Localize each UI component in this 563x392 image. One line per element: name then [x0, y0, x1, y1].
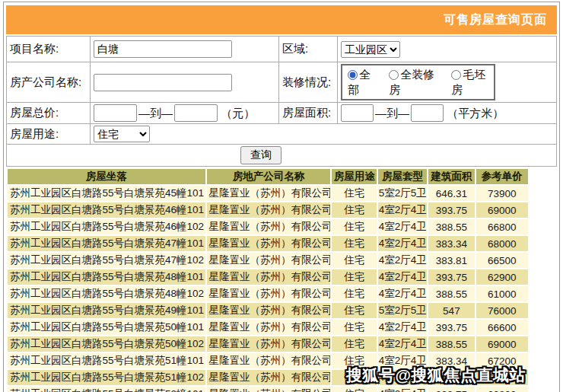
- table-row: 苏州工业园区白塘路55号白塘景苑50幢102星隆置业（苏州）有限公司住宅4室2厅…: [8, 336, 528, 352]
- table-cell: 星隆置业（苏州）有限公司: [207, 370, 331, 385]
- table-cell: 星隆置业（苏州）有限公司: [207, 253, 331, 268]
- table-cell: 73900: [476, 186, 528, 201]
- title-bar: 可售房屋查询页面: [6, 5, 557, 34]
- table-cell: 苏州工业园区白塘路55号白塘景苑46幢101: [8, 202, 205, 218]
- radio-rough[interactable]: 毛坯房: [451, 67, 491, 97]
- table-cell: 66500: [476, 253, 528, 268]
- table-cell: 4室2厅4卫: [378, 202, 427, 218]
- table-row: 苏州工业园区白塘路55号白塘景苑46幢101星隆置业（苏州）有限公司住宅4室2厅…: [8, 202, 528, 218]
- table-cell: 388.55: [428, 219, 474, 234]
- table-cell: 393.75: [428, 320, 474, 335]
- price-range-separator: —到—: [138, 107, 173, 120]
- table-cell: 苏州工业园区白塘路55号白塘景苑45幢101: [8, 186, 205, 201]
- table-cell: 4室2厅4卫: [378, 336, 427, 352]
- decoration-label: 装修情况:: [279, 62, 338, 103]
- project-name-label: 项目名称:: [7, 37, 91, 62]
- price-unit: （元）: [221, 107, 255, 120]
- table-cell: 星隆置业（苏州）有限公司: [207, 269, 331, 285]
- table-cell: 星隆置业（苏州）有限公司: [207, 353, 331, 368]
- table-cell: 苏州工业园区白塘路55号白塘景苑51幢101: [8, 353, 205, 368]
- project-name-input[interactable]: [94, 40, 232, 58]
- table-cell: 393.75: [428, 269, 474, 285]
- column-header-area: 建筑面积: [428, 169, 474, 184]
- region-label: 区域:: [279, 37, 338, 62]
- table-cell: 苏州工业园区白塘路55号白塘景苑48幢101: [8, 269, 205, 285]
- table-cell: 646.31: [428, 186, 474, 201]
- table-cell: 住宅: [332, 269, 376, 285]
- table-cell: 76000: [476, 303, 528, 318]
- table-cell: 4室2厅4卫: [378, 320, 427, 335]
- table-cell: 星隆置业（苏州）有限公司: [207, 303, 331, 318]
- table-cell: 547: [428, 303, 474, 318]
- table-cell: 66800: [476, 219, 528, 234]
- total-price-label: 房屋总价:: [7, 103, 91, 124]
- area-to-input[interactable]: [411, 104, 444, 122]
- area-label: 房屋面积:: [279, 103, 338, 124]
- table-cell: 星隆置业（苏州）有限公司: [207, 202, 331, 218]
- column-header-unit-price: 参考单价: [476, 169, 528, 184]
- table-row: 苏州工业园区白塘路55号白塘景苑52幢101星隆置业（苏州）有限公司住宅4室2厅…: [8, 387, 528, 392]
- column-header-usage: 房屋用途: [332, 169, 376, 184]
- radio-full-decoration-input[interactable]: [389, 70, 399, 80]
- radio-all-input[interactable]: [348, 70, 358, 80]
- company-name-label: 房产公司名称:: [7, 62, 91, 103]
- radio-rough-input[interactable]: [451, 70, 461, 80]
- table-row: 苏州工业园区白塘路55号白塘景苑50幢101星隆置业（苏州）有限公司住宅4室2厅…: [8, 320, 528, 335]
- table-cell: 4室2厅4卫: [378, 269, 427, 285]
- table-cell: 4室2厅4卫: [378, 253, 427, 268]
- table-cell: 住宅: [332, 253, 376, 268]
- query-button[interactable]: 查询: [240, 146, 282, 164]
- table-cell: 61000: [476, 286, 528, 301]
- table-cell: 星隆置业（苏州）有限公司: [207, 320, 331, 335]
- table-cell: 住宅: [332, 236, 376, 251]
- table-cell: 苏州工业园区白塘路55号白塘景苑51幢102: [8, 370, 205, 385]
- query-form: 项目名称: 区域: 工业园区 房产公司名称: 装修情况: 全部 全装修房 毛坯房: [6, 36, 557, 167]
- radio-full-decoration[interactable]: 全装修房: [389, 67, 439, 97]
- table-cell: 星隆置业（苏州）有限公司: [207, 236, 331, 251]
- table-cell: 5室2厅5卫: [378, 186, 427, 201]
- table-cell: 苏州工业园区白塘路55号白塘景苑49幢101: [8, 303, 205, 318]
- table-cell: 星隆置业（苏州）有限公司: [207, 387, 331, 392]
- query-button-row: 查询: [7, 145, 557, 167]
- table-row: 苏州工业园区白塘路55号白塘景苑47幢101星隆置业（苏州）有限公司住宅4室2厅…: [8, 236, 528, 251]
- table-cell: 苏州工业园区白塘路55号白塘景苑48幢102: [8, 286, 205, 301]
- table-cell: 383.34: [428, 236, 474, 251]
- radio-all[interactable]: 全部: [348, 67, 377, 97]
- table-cell: 住宅: [332, 336, 376, 352]
- table-cell: 星隆置业（苏州）有限公司: [207, 186, 331, 201]
- table-cell: 星隆置业（苏州）有限公司: [207, 336, 331, 352]
- region-select[interactable]: 工业园区: [341, 41, 400, 58]
- table-cell: 5室2厅5卫: [378, 303, 427, 318]
- decoration-radio-group: 全部 全装修房 毛坯房: [341, 64, 495, 100]
- usage-label: 房屋用途:: [7, 124, 91, 145]
- table-cell: 388.55: [428, 286, 474, 301]
- company-name-input[interactable]: [94, 74, 232, 91]
- table-row: 苏州工业园区白塘路55号白塘景苑47幢102星隆置业（苏州）有限公司住宅4室2厅…: [8, 253, 528, 268]
- table-cell: 住宅: [332, 186, 376, 201]
- table-cell: 4室2厅4卫: [378, 219, 427, 234]
- column-header-location: 房屋坐落: [8, 169, 205, 184]
- table-cell: 苏州工业园区白塘路55号白塘景苑46幢102: [8, 219, 205, 234]
- table-cell: 苏州工业园区白塘路55号白塘景苑47幢102: [8, 253, 205, 268]
- table-cell: 住宅: [332, 286, 376, 301]
- table-cell: 66600: [476, 320, 528, 335]
- page-title: 可售房屋查询页面: [444, 12, 547, 28]
- area-unit: （平方米）: [447, 107, 504, 120]
- table-row: 苏州工业园区白塘路55号白塘景苑45幢101星隆置业（苏州）有限公司住宅5室2厅…: [8, 186, 528, 201]
- results-table-body: 苏州工业园区白塘路55号白塘景苑45幢101星隆置业（苏州）有限公司住宅5室2厅…: [8, 186, 528, 392]
- price-from-input[interactable]: [94, 104, 137, 122]
- area-from-input[interactable]: [341, 104, 374, 122]
- area-range-separator: —到—: [375, 107, 409, 120]
- watermark: 搜狐号@搜狐焦点直城站: [346, 365, 526, 386]
- page-frame: 可售房屋查询页面 项目名称: 区域: 工业园区 房产公司名称: 装修情况: 全部…: [3, 2, 560, 392]
- table-cell: 393.75: [428, 202, 474, 218]
- table-header-row: 房屋坐落 房地产公司名称 房屋用途 房屋套型 建筑面积 参考单价: [8, 169, 528, 184]
- table-cell: 苏州工业园区白塘路55号白塘景苑52幢101: [8, 387, 205, 392]
- column-header-layout: 房屋套型: [378, 169, 427, 184]
- usage-select[interactable]: 住宅: [94, 126, 150, 142]
- table-cell: 住宅: [332, 202, 376, 218]
- table-cell: 69000: [476, 336, 528, 352]
- table-cell: 星隆置业（苏州）有限公司: [207, 286, 331, 301]
- table-cell: 383.81: [428, 253, 474, 268]
- price-to-input[interactable]: [174, 104, 218, 122]
